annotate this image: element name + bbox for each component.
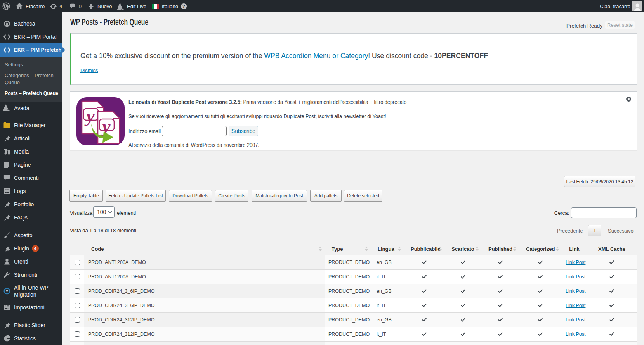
svg-text:y: y — [84, 105, 95, 126]
